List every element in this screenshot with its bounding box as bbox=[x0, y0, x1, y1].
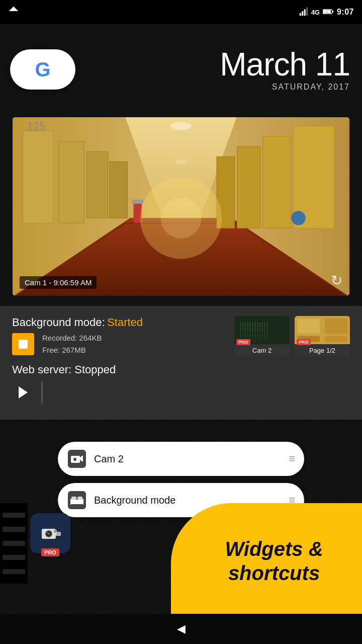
corridor-svg: 125 bbox=[13, 117, 349, 296]
bg-mode-label: Background mode: Started bbox=[12, 316, 234, 329]
svg-rect-14 bbox=[23, 131, 53, 223]
battery-icon: ⚡ bbox=[323, 8, 334, 17]
svg-point-53 bbox=[47, 532, 48, 533]
svg-point-27 bbox=[291, 211, 305, 225]
main-content: G March 11 SATURDAY, 2017 bbox=[0, 24, 362, 644]
svg-text:||||||||||||: |||||||||||| bbox=[239, 323, 268, 327]
record-row: Recorded: 264KB Free: 267MB bbox=[12, 332, 234, 356]
svg-marker-41 bbox=[80, 455, 83, 462]
widget-panel: Background mode: Started Recorded: 264KB… bbox=[0, 306, 362, 420]
bottom-nav-bar: ◀ bbox=[0, 614, 362, 644]
page-label: Page 1/2 bbox=[295, 347, 350, 354]
record-info: Recorded: 264KB Free: 267MB bbox=[42, 332, 102, 356]
bg-mode-row: Background mode: Started Recorded: 264KB… bbox=[12, 316, 350, 404]
svg-rect-6 bbox=[332, 11, 334, 12]
svg-point-26 bbox=[160, 198, 201, 238]
film-hole bbox=[3, 513, 25, 518]
camera-icon bbox=[71, 454, 83, 463]
svg-point-28 bbox=[171, 122, 192, 130]
cam-label: Cam 1 - 9:06:59 AM bbox=[20, 276, 97, 289]
clock: 9:07 bbox=[337, 8, 354, 17]
google-logo: G bbox=[35, 58, 50, 81]
svg-text:⚡: ⚡ bbox=[325, 10, 329, 14]
svg-rect-15 bbox=[58, 141, 84, 223]
film-hole bbox=[3, 541, 25, 546]
free-label: Free: 267MB bbox=[42, 344, 102, 356]
bg-mode-status: Started bbox=[107, 316, 143, 329]
app-icon-area[interactable]: PRO bbox=[30, 513, 70, 553]
svg-rect-2 bbox=[304, 9, 305, 16]
svg-rect-16 bbox=[86, 151, 108, 218]
app-icon[interactable]: PRO bbox=[30, 513, 70, 553]
film-hole bbox=[3, 555, 25, 560]
date-display: March 11 SATURDAY, 2017 bbox=[220, 48, 350, 92]
stop-button[interactable] bbox=[12, 333, 34, 355]
notification-area bbox=[8, 6, 19, 19]
svg-rect-46 bbox=[71, 497, 76, 500]
svg-rect-47 bbox=[77, 497, 82, 500]
app-pro-badge: PRO bbox=[41, 548, 59, 556]
svg-rect-37 bbox=[325, 318, 347, 334]
cam2-menu-icon[interactable]: ≡ bbox=[289, 452, 294, 465]
svg-rect-19 bbox=[262, 136, 291, 228]
svg-rect-1 bbox=[302, 11, 303, 16]
status-bar: 4G ⚡ 9:07 bbox=[0, 0, 362, 24]
cam2-pro-badge: PRO bbox=[236, 339, 250, 345]
back-button[interactable]: ◀ bbox=[177, 622, 186, 635]
web-server-row: Web server: Stopped bbox=[12, 363, 234, 376]
date-day: March 11 bbox=[220, 48, 350, 80]
bottom-area: PRO Widgets & shortcuts bbox=[0, 503, 362, 614]
svg-rect-39 bbox=[325, 336, 347, 342]
bg-mode-info: Background mode: Started Recorded: 264KB… bbox=[12, 316, 234, 404]
svg-rect-20 bbox=[237, 146, 260, 228]
network-type: 4G bbox=[311, 9, 320, 16]
cam2-shortcut-label: Cam 2 bbox=[94, 453, 281, 465]
divider bbox=[41, 381, 43, 404]
camera-feed[interactable]: 125 Cam 1 - 9:06:59 AM ↻ bbox=[13, 117, 349, 296]
play-row bbox=[12, 381, 234, 404]
svg-rect-24 bbox=[132, 200, 143, 204]
cam2-thumb-label: Cam 2 bbox=[234, 347, 290, 354]
svg-rect-56 bbox=[57, 532, 60, 535]
page-thumb[interactable]: PRO Page 1/2 bbox=[295, 316, 350, 356]
svg-rect-0 bbox=[299, 13, 301, 16]
film-hole bbox=[3, 569, 25, 574]
app-camera-icon bbox=[38, 521, 63, 546]
signal-icon bbox=[299, 7, 308, 18]
google-search-bar[interactable]: G bbox=[10, 49, 75, 90]
notification-icon bbox=[8, 6, 19, 17]
camera-scene: 125 bbox=[13, 117, 349, 296]
widgets-text: Widgets & shortcuts bbox=[201, 537, 347, 585]
refresh-icon[interactable]: ↻ bbox=[331, 272, 342, 289]
svg-rect-17 bbox=[110, 162, 128, 218]
svg-point-29 bbox=[175, 159, 187, 165]
date-weekday: SATURDAY, 2017 bbox=[220, 83, 350, 92]
film-strip bbox=[0, 503, 28, 584]
play-button[interactable] bbox=[12, 381, 34, 404]
stop-icon bbox=[19, 340, 28, 349]
cam-thumbnails: |||||||||||| |||||||||||| |||||||||||| |… bbox=[234, 316, 350, 356]
cam2-shortcut-button[interactable]: Cam 2 ≡ bbox=[58, 442, 304, 476]
status-icons: 4G ⚡ 9:07 bbox=[299, 7, 354, 18]
cam2-shortcut-icon bbox=[68, 450, 86, 468]
recorded-label: Recorded: 264KB bbox=[42, 332, 102, 344]
play-icon bbox=[19, 386, 28, 398]
svg-text:125: 125 bbox=[27, 121, 45, 133]
film-hole bbox=[3, 527, 25, 532]
cam2-thumb[interactable]: |||||||||||| |||||||||||| |||||||||||| |… bbox=[234, 316, 290, 356]
page-pro-badge: PRO bbox=[297, 339, 311, 345]
svg-text:||||||||||||: |||||||||||| bbox=[239, 328, 268, 332]
svg-rect-36 bbox=[297, 318, 320, 334]
svg-point-42 bbox=[73, 458, 76, 461]
svg-rect-3 bbox=[306, 7, 308, 16]
svg-text:||||||||||||: |||||||||||| bbox=[239, 333, 268, 337]
widgets-banner: Widgets & shortcuts bbox=[171, 503, 362, 614]
